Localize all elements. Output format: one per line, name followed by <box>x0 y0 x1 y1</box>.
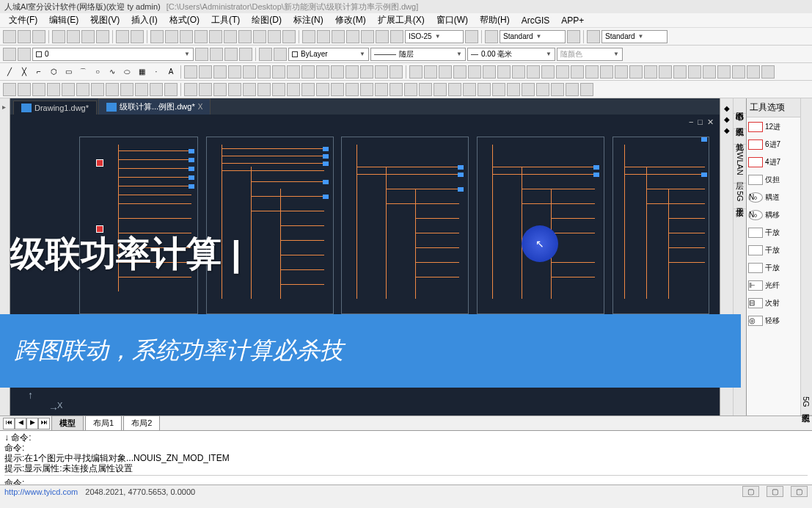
app-icon-34[interactable] <box>492 83 505 96</box>
app-icon-17[interactable] <box>243 83 256 96</box>
layer-dropdown[interactable]: 0▼ <box>32 48 194 61</box>
status-btn-3[interactable]: ▢ <box>791 486 808 497</box>
ext-icon-15[interactable] <box>615 65 628 79</box>
menu-extend[interactable]: 扩展工具(X) <box>372 12 431 28</box>
status-btn-2[interactable]: ▢ <box>767 486 783 497</box>
maximize-icon[interactable]: □ <box>698 117 703 127</box>
app-icon-32[interactable] <box>463 83 476 96</box>
layer-icon-1[interactable] <box>3 48 16 61</box>
mod-explode-icon[interactable] <box>389 65 403 79</box>
ext-icon-1[interactable] <box>409 65 423 79</box>
app-icon-5[interactable] <box>62 83 75 96</box>
tool-item-12[interactable]: 12进 <box>748 122 799 132</box>
lineweight-dropdown[interactable]: —0.00 毫米▼ <box>467 48 555 61</box>
minimize-icon[interactable]: − <box>689 117 693 127</box>
app-icon-24[interactable] <box>345 83 359 96</box>
ext-icon-11[interactable] <box>556 65 569 79</box>
app-icon-8[interactable] <box>106 83 119 96</box>
close-icon[interactable]: ✕ <box>707 117 714 127</box>
strip-icon-1[interactable]: ◆ <box>724 104 730 112</box>
tool-item-fiber[interactable]: ⊩光纤 <box>748 280 799 291</box>
ext-icon-13[interactable] <box>585 65 599 79</box>
app-icon-21[interactable] <box>301 83 315 96</box>
app-icon-18[interactable] <box>257 83 271 96</box>
ext-icon-24[interactable] <box>747 65 760 79</box>
layer-icon-4[interactable] <box>210 48 223 61</box>
plot-color-dropdown[interactable]: 随颜色▼ <box>557 48 623 61</box>
tool-icon-10[interactable] <box>282 30 296 43</box>
tool-item-light[interactable]: ◎轻移 <box>748 316 799 326</box>
app-icon-13[interactable] <box>184 83 197 96</box>
menu-insert[interactable]: 插入(I) <box>125 12 163 28</box>
app-icon-9[interactable] <box>120 83 133 96</box>
layout1-tab[interactable]: 布局1 <box>85 416 122 431</box>
tool-item-secondary[interactable]: ⊟次射 <box>748 298 799 308</box>
vtab-5g-sys[interactable]: 5G系统图 <box>801 389 812 416</box>
iso-dropdown[interactable]: ISO-25▼ <box>405 30 464 43</box>
tool-item-coupler2[interactable]: N₀耦移 <box>748 210 799 220</box>
app-icon-36[interactable] <box>522 83 535 96</box>
prop-icon-1[interactable] <box>259 48 272 61</box>
ext-icon-9[interactable] <box>527 65 540 79</box>
app-icon-20[interactable] <box>287 83 300 96</box>
app-icon-28[interactable] <box>404 83 417 96</box>
app-icon-37[interactable] <box>536 83 549 96</box>
mod-rotate-icon[interactable] <box>272 65 285 79</box>
layer-icon-2[interactable] <box>18 48 31 61</box>
dim-icon-3[interactable] <box>332 30 345 43</box>
app-icon-16[interactable] <box>228 83 241 96</box>
tool-icon-2[interactable] <box>165 30 178 43</box>
menu-draw[interactable]: 绘图(D) <box>246 12 288 28</box>
ext-icon-12[interactable] <box>571 65 584 79</box>
app-icon-35[interactable] <box>507 83 520 96</box>
ext-icon-10[interactable] <box>541 65 555 79</box>
app-icon-1[interactable] <box>3 83 16 96</box>
tool-icon-4[interactable] <box>194 30 208 43</box>
layer-icon-3[interactable] <box>195 48 208 61</box>
app-icon-27[interactable] <box>389 83 403 96</box>
ext-icon-25[interactable] <box>761 65 775 79</box>
mod-offset-icon[interactable] <box>228 65 241 79</box>
tool-icon-5[interactable] <box>209 30 222 43</box>
new-icon[interactable] <box>3 30 16 43</box>
layer-icon-6[interactable] <box>239 48 252 61</box>
menu-app[interactable]: APP+ <box>555 14 590 27</box>
tool-item-6[interactable]: 6进7 <box>748 139 799 150</box>
app-icon-4[interactable] <box>47 83 60 96</box>
menu-dimension[interactable]: 标注(N) <box>288 12 329 28</box>
model-tab[interactable]: 模型 <box>51 416 84 431</box>
app-icon-23[interactable] <box>331 83 344 96</box>
app-icon-31[interactable] <box>448 83 461 96</box>
dim-icon-6[interactable] <box>376 30 389 43</box>
layer-icon-5[interactable] <box>224 48 238 61</box>
mod-copy-icon[interactable] <box>199 65 212 79</box>
dim-icon-2[interactable] <box>317 30 330 43</box>
app-icon-30[interactable] <box>434 83 447 96</box>
ext-icon-22[interactable] <box>717 65 731 79</box>
vtab-5g-conn[interactable]: 5G干接层 <box>734 184 746 210</box>
app-icon-25[interactable] <box>360 83 373 96</box>
menu-arcgis[interactable]: ArcGIS <box>516 14 556 27</box>
tool-icon-3[interactable] <box>180 30 193 43</box>
strip-icon-3[interactable]: ◆ <box>724 126 730 134</box>
app-icon-14[interactable] <box>199 83 212 96</box>
prop-icon-2[interactable] <box>274 48 287 61</box>
style-icon[interactable] <box>587 30 600 43</box>
document-tab-2[interactable]: 级联计算...例图.dwg* X <box>98 98 211 115</box>
ext-icon-5[interactable] <box>468 65 481 79</box>
document-tab-1[interactable]: Drawing1.dwg* <box>13 101 97 115</box>
menu-window[interactable]: 窗口(W) <box>431 12 474 28</box>
draw-circle-icon[interactable]: ○ <box>91 65 104 79</box>
menu-edit[interactable]: 编辑(E) <box>43 12 84 28</box>
ext-icon-17[interactable] <box>644 65 657 79</box>
tool-item-4[interactable]: 4进7 <box>748 157 799 167</box>
app-icon-19[interactable] <box>272 83 285 96</box>
mod-move-icon[interactable] <box>257 65 271 79</box>
dim-icon-8[interactable] <box>465 30 478 43</box>
ext-icon-3[interactable] <box>439 65 452 79</box>
app-icon-33[interactable] <box>478 83 491 96</box>
menu-tools[interactable]: 工具(T) <box>205 12 246 28</box>
app-icon-6[interactable] <box>76 83 89 96</box>
nav-prev-icon[interactable]: ◀ <box>15 418 26 429</box>
app-icon-3[interactable] <box>32 83 45 96</box>
